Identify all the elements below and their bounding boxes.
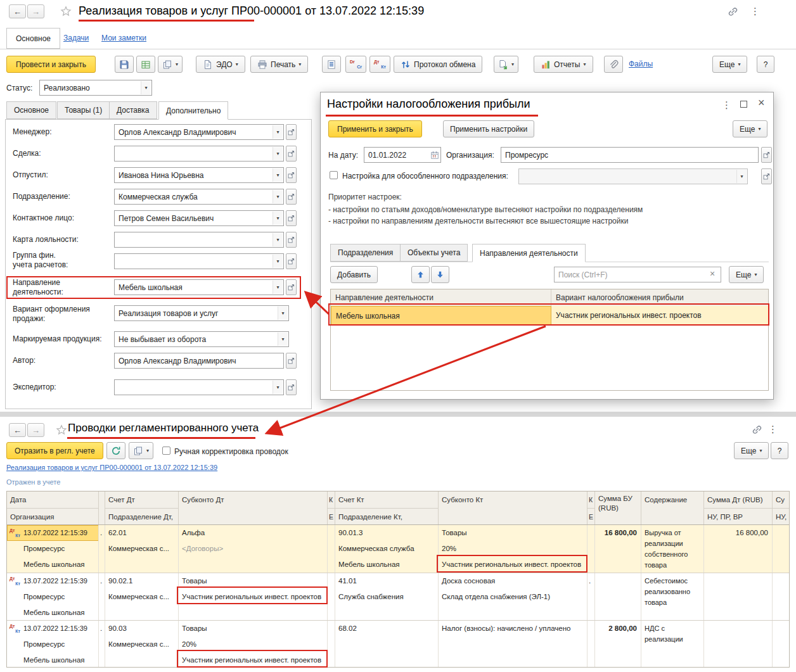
posting-row[interactable]: ДтКт 13.07.2022 12:15:39 Промресурс Мебе… [7,573,789,620]
tab-delivery[interactable]: Доставка [109,101,157,119]
tab-additional[interactable]: Дополнительно [158,101,228,120]
nav-tab-notes[interactable]: Мои заметки [101,34,146,42]
forward-button[interactable]: → [27,4,44,18]
document-link[interactable]: Реализация товаров и услуг ПР00-000001 о… [6,464,217,471]
nav-tab-tasks[interactable]: Задачи [63,34,89,42]
organization-field[interactable]: Промресурс [501,147,759,163]
posting-row[interactable]: ДтКт 13.07.2022 12:15:39 Промресурс Мебе… [7,525,789,573]
forwarder-field[interactable]: ▾ [114,379,284,395]
loyalty-card-open-button[interactable] [286,232,297,248]
close-icon[interactable]: × [758,96,765,110]
chevron-down-icon[interactable]: ▾ [273,168,283,182]
reflect-button[interactable]: Отразить в регл. учете [6,442,103,459]
save-button[interactable] [115,56,134,73]
refresh-button[interactable] [106,442,125,459]
contact-person-field[interactable]: Петров Семен Васильевич▾ [114,210,284,226]
author-field[interactable]: Орлов Александр Владимирович [114,353,284,369]
chevron-down-icon[interactable]: ▾ [273,281,283,294]
column-header-sum-bu[interactable]: Сумма БУ (RUB) [595,491,641,524]
department-open-button[interactable] [286,189,297,205]
manual-adjustment-checkbox[interactable] [162,447,170,455]
manager-field[interactable]: Орлов Александр Владимирович▾ [114,124,284,140]
link-icon[interactable] [728,6,738,17]
column-header-k2[interactable]: КЕ [587,491,595,524]
exchange-protocol-button[interactable]: Протокол обмена [394,56,482,73]
sale-option-field[interactable]: Реализация товаров и услуг▾ [114,305,289,321]
chevron-down-icon[interactable]: ▾ [273,381,283,394]
dt-kt-button[interactable]: ДтКт [369,56,390,73]
column-header-subconto-dt[interactable]: Субконто Дт [179,491,328,524]
reports-button[interactable]: Отчеты▾ [534,56,593,73]
create-based-on-button[interactable]: ▾ [494,56,518,73]
apply-settings-button[interactable]: Применить настройки [443,120,534,137]
tab-goods[interactable]: Товары (1) [57,101,110,119]
search-input[interactable] [554,267,721,282]
column-header-direction[interactable]: Направление деятельности [331,289,551,306]
help-button[interactable]: ? [771,442,788,459]
column-header-account-kt[interactable]: Счет КтПодразделение Кт, [335,491,439,524]
dialog-more-button[interactable]: Еще▾ [733,120,767,137]
status-select[interactable]: Реализовано▾ [39,80,152,96]
column-header-date-org[interactable]: ДатаОрганизация [7,491,99,524]
released-by-field[interactable]: Иванова Нина Юрьевна▾ [114,167,284,183]
tab-business-directions[interactable]: Направления деятельности [472,244,586,262]
help-button[interactable]: ? [757,56,774,73]
more-menu-icon[interactable]: ⋮ [750,6,760,16]
separate-division-open-button[interactable] [761,168,772,184]
back-button[interactable]: ← [9,423,26,437]
marked-products-field[interactable]: Не выбывает из оборота▾ [114,331,289,347]
separate-division-checkbox[interactable] [330,171,338,179]
chevron-down-icon[interactable]: ▾ [278,333,288,346]
direction-cell[interactable]: Мебель школьная [331,306,551,326]
maximize-icon[interactable] [740,101,747,108]
link-icon[interactable] [752,424,762,435]
chevron-down-icon[interactable]: ▾ [273,147,283,160]
column-header-splitter[interactable] [99,491,105,524]
calendar-icon[interactable] [430,148,440,162]
chevron-down-icon[interactable]: ▾ [278,307,288,320]
more-button[interactable]: Еще▾ [712,56,747,73]
add-button[interactable]: Добавить [330,266,378,283]
post-button[interactable] [136,56,155,73]
deal-open-button[interactable] [286,146,297,162]
column-header-sum-dt[interactable]: Сумма Дт (RUB)НУ, ПР, ВР [704,491,773,524]
search-clear-icon[interactable]: × [710,269,715,279]
tab-accounting-objects[interactable]: Объекты учета [400,244,468,262]
business-direction-open-button[interactable] [286,279,297,295]
favorite-star-icon[interactable] [56,424,67,436]
copy-button[interactable]: ▾ [158,56,183,73]
column-header-subconto-kt[interactable]: Субконто Кт [439,491,587,524]
fin-group-open-button[interactable] [286,253,297,269]
favorite-star-icon[interactable] [60,6,72,17]
chevron-down-icon[interactable]: ▾ [273,212,283,225]
loyalty-card-field[interactable]: ▾ [114,232,284,248]
related-documents-button[interactable] [322,56,341,73]
column-header-account-dt[interactable]: Счет ДтПодразделение Дт, [105,491,179,524]
attachments-button[interactable] [604,56,623,73]
chevron-down-icon[interactable]: ▾ [273,190,283,203]
move-up-button[interactable] [411,266,430,283]
chevron-down-icon[interactable]: ▾ [141,81,151,94]
column-header-cut[interactable]: СуНУ, [773,491,790,524]
forward-button[interactable]: → [27,423,44,437]
department-field[interactable]: Коммерческая служба▾ [114,189,284,205]
chevron-down-icon[interactable]: ▾ [273,125,283,139]
chevron-down-icon[interactable]: ▾ [273,255,283,268]
more-menu-icon[interactable]: ⋮ [768,424,778,434]
table-more-button[interactable]: Еще▾ [729,266,764,283]
forwarder-open-button[interactable] [286,379,297,395]
column-header-content[interactable]: Содержание [641,491,704,524]
organization-open-button[interactable] [761,147,772,163]
column-header-variant[interactable]: Вариант налогообложения прибыли [551,289,768,306]
variant-cell[interactable]: Участник региональных инвест. проектов [551,306,768,326]
post-and-close-button[interactable]: Провести и закрыть [6,56,96,73]
deal-field[interactable]: ▾ [114,146,284,162]
move-down-button[interactable] [431,266,449,283]
files-link[interactable]: Файлы [629,60,653,68]
edo-button[interactable]: ЭДО▾ [196,56,245,73]
dialog-more-menu-icon[interactable]: ⋮ [722,100,731,110]
chevron-down-icon[interactable]: ▾ [273,233,283,246]
author-open-button[interactable] [286,353,297,369]
column-header-k1[interactable]: КЕ [328,491,335,524]
manager-open-button[interactable] [286,124,297,140]
